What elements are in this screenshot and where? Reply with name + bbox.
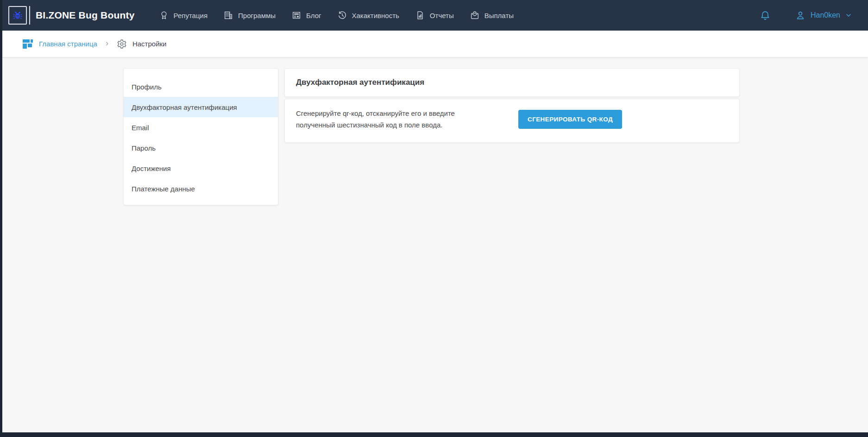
user-menu[interactable]: Han0ken [795,10,852,21]
breadcrumb: Главная страница › Настройки [22,38,166,50]
brand-logo[interactable]: BI.ZONE Bug Bounty [8,6,135,25]
panel-description: Сгенерируйте qr-код, отсканируйте его и … [296,108,495,131]
nav-item-label: Репутация [174,12,208,19]
breadcrumb-home-link[interactable]: Главная страница [22,38,97,50]
briefcase-icon [470,10,480,20]
user-icon [795,10,806,21]
menu-item-achievements[interactable]: Достижения [124,158,278,178]
generate-qr-button[interactable]: СГЕНЕРИРОВАТЬ QR-КОД [518,110,622,129]
settings-menu: Профиль Двухфакторная аутентификация Ema… [123,68,278,205]
nav-item-hackactivity[interactable]: Хакактивность [337,10,399,20]
brand-name: BI.ZONE Bug Bounty [36,10,135,21]
history-icon [337,10,347,20]
menu-item-two-factor[interactable]: Двухфакторная аутентификация [124,97,278,117]
left-edge-strip [0,0,2,437]
nav-item-label: Блог [306,12,321,19]
breadcrumb-chevron-icon: › [103,38,111,49]
building-icon [223,10,233,20]
username: Han0ken [811,11,840,19]
nav-item-blog[interactable]: Блог [291,10,321,20]
nav-item-label: Программы [238,12,276,19]
menu-item-payment-data[interactable]: Платежные данные [124,178,278,199]
menu-item-profile[interactable]: Профиль [124,76,278,97]
nav-item-label: Выплаты [484,12,514,19]
nav-item-label: Отчеты [430,12,454,19]
bottom-edge-strip [0,432,868,437]
panel-header: Двухфакторная аутентификация [284,68,740,97]
breadcrumb-home-label: Главная страница [39,40,97,48]
newspaper-icon [291,10,302,20]
nav-item-payouts[interactable]: Выплаты [470,10,514,20]
breadcrumb-current-label: Настройки [132,40,167,48]
medal-icon [159,10,169,20]
gear-icon [117,39,127,49]
menu-item-email[interactable]: Email [124,117,278,138]
panel-body: Сгенерируйте qr-код, отсканируйте его и … [284,99,740,143]
chevron-down-icon [845,12,852,19]
top-navbar: BI.ZONE Bug Bounty Репутация [0,0,868,31]
bug-logo-icon [8,6,27,25]
navbar-right: Han0ken [760,10,852,21]
nav-item-reputation[interactable]: Репутация [159,10,208,20]
breadcrumb-bar: Главная страница › Настройки [0,31,868,57]
breadcrumb-current: Настройки [117,39,167,49]
report-icon [415,10,425,20]
nav-item-programs[interactable]: Программы [223,10,276,20]
dashboard-icon [22,38,33,50]
nav-item-label: Хакактивность [352,12,399,19]
main-nav: Репутация Программы [159,10,514,20]
brand-separator [29,6,30,25]
nav-item-reports[interactable]: Отчеты [415,10,454,20]
panel-title: Двухфакторная аутентификация [296,78,424,87]
menu-item-password[interactable]: Пароль [124,138,278,158]
notifications-bell-icon[interactable] [760,10,771,21]
